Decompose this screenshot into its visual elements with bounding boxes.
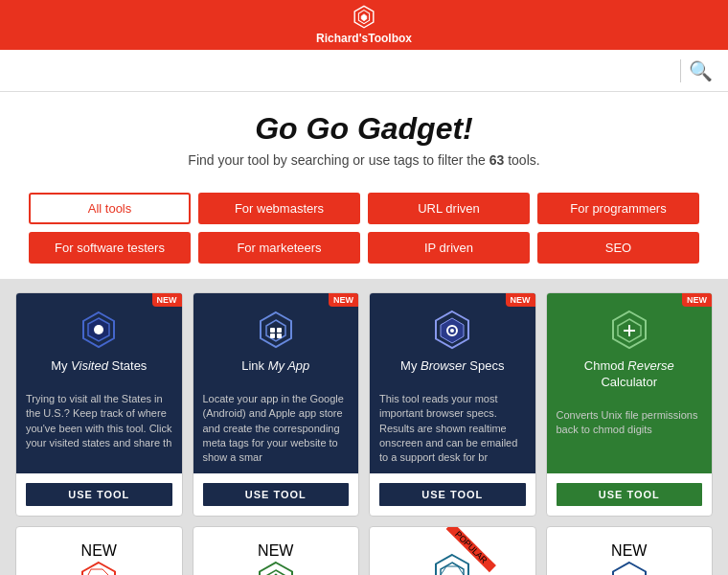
svg-marker-30: [613, 563, 646, 575]
filter-url-driven[interactable]: URL driven: [368, 193, 530, 224]
new-badge-hreflang: NEW: [81, 542, 117, 560]
tool-icon-link-app: [203, 309, 350, 358]
use-tool-btn-chmod[interactable]: USE TOOL: [555, 481, 705, 508]
filter-programmers[interactable]: For programmers: [537, 193, 699, 224]
tool-name-browser: My Browser Specs: [379, 358, 526, 375]
tool-desc-chmod: Converts Unix file permissions back to c…: [547, 401, 713, 473]
card-top-browser: My Browser Specs: [370, 293, 535, 384]
svg-marker-23: [260, 563, 292, 575]
tool-name-link-app: Link My App: [203, 358, 350, 375]
card-top-link-app: Link My App: [193, 293, 359, 384]
tool-icon-browser: [379, 309, 526, 358]
svg-rect-9: [277, 328, 282, 333]
site-header: Richard'sToolbox: [0, 0, 728, 50]
svg-rect-11: [277, 334, 282, 338]
svg-point-15: [450, 329, 454, 333]
svg-marker-21: [87, 569, 110, 575]
header-logo[interactable]: Richard'sToolbox: [316, 5, 412, 45]
filter-software-testers[interactable]: For software testers: [29, 232, 191, 264]
tool-card-tld: NEW TLD Alert: [193, 526, 360, 575]
new-badge-chmod: NEW: [682, 293, 712, 307]
new-badge: NEW: [152, 293, 182, 307]
search-button[interactable]: 🔍: [689, 59, 713, 82]
card-top: My Visited States: [16, 293, 182, 384]
svg-rect-8: [270, 328, 275, 333]
use-tool-btn-browser[interactable]: USE TOOL: [377, 481, 528, 508]
tool-card-link-my-app: NEW Link My App Locate your app in the G…: [193, 292, 360, 517]
card-top-chmod: Chmod Reverse Calculator: [547, 293, 713, 401]
logo-icon: [351, 5, 377, 32]
tool-card-flex: NEW Flex workspaces: [546, 526, 714, 575]
filter-ip-driven[interactable]: IP driven: [368, 232, 530, 264]
tools-grid-row2: NEW Check hreflang NEW TL: [15, 526, 713, 575]
tool-icon-visited-states: [26, 309, 172, 358]
filter-webmasters[interactable]: For webmasters: [198, 193, 360, 224]
search-bar: 🔍: [0, 50, 728, 92]
tool-icon-rich-link: [429, 552, 475, 575]
tool-card-hreflang: NEW Check hreflang: [15, 526, 183, 575]
hero-subtitle: Find your tool by searching or use tags …: [19, 152, 709, 168]
tool-icon-hreflang: [76, 560, 122, 575]
filter-seo[interactable]: SEO: [537, 232, 699, 264]
tools-grid-row1: NEW My Visited States Trying to visit al…: [15, 292, 713, 517]
tool-card-browser-specs: NEW My Browser Specs This tool reads you…: [369, 292, 536, 517]
filter-marketeers[interactable]: For marketeers: [198, 232, 360, 264]
svg-marker-2: [361, 14, 367, 21]
new-badge-link-app: NEW: [329, 293, 358, 307]
hero-section: Go Go Gadget! Find your tool by searchin…: [0, 92, 728, 183]
new-badge-tld: NEW: [258, 542, 293, 560]
new-badge-browser: NEW: [506, 293, 535, 307]
tools-section: NEW My Visited States Trying to visit al…: [0, 279, 728, 575]
tool-desc-browser: This tool reads your most important brow…: [370, 384, 535, 473]
use-tool-btn-link-app[interactable]: USE TOOL: [201, 481, 352, 508]
header-site-name: Richard'sToolbox: [316, 32, 412, 45]
tool-card-visited-states: NEW My Visited States Trying to visit al…: [15, 292, 183, 517]
tool-name-visited-states: My Visited States: [26, 358, 172, 375]
new-badge-flex: NEW: [611, 542, 647, 560]
tool-name-chmod: Chmod Reverse Calculator: [557, 358, 703, 391]
filter-section: All tools For webmasters URL driven For …: [0, 183, 728, 279]
use-tool-btn-visited-states[interactable]: USE TOOL: [24, 481, 174, 508]
tool-icon-chmod: [557, 309, 703, 358]
tool-card-rich-link: POPULAR Rich Link Preview: [369, 526, 536, 575]
svg-point-5: [94, 325, 103, 334]
search-divider: [680, 59, 681, 82]
tool-desc-link-app: Locate your app in the Google (Android) …: [193, 384, 359, 473]
svg-marker-7: [266, 320, 285, 341]
svg-marker-28: [441, 563, 464, 575]
tool-icon-tld: [253, 560, 299, 575]
hero-title: Go Go Gadget!: [19, 111, 709, 147]
tool-card-chmod: NEW Chmod Reverse Calculator Converts Un…: [546, 292, 714, 517]
tool-desc-visited-states: Trying to visit all the States in the U.…: [16, 384, 182, 473]
tool-icon-flex: [606, 560, 652, 575]
filter-all-tools[interactable]: All tools: [29, 193, 191, 224]
svg-rect-10: [270, 334, 275, 338]
